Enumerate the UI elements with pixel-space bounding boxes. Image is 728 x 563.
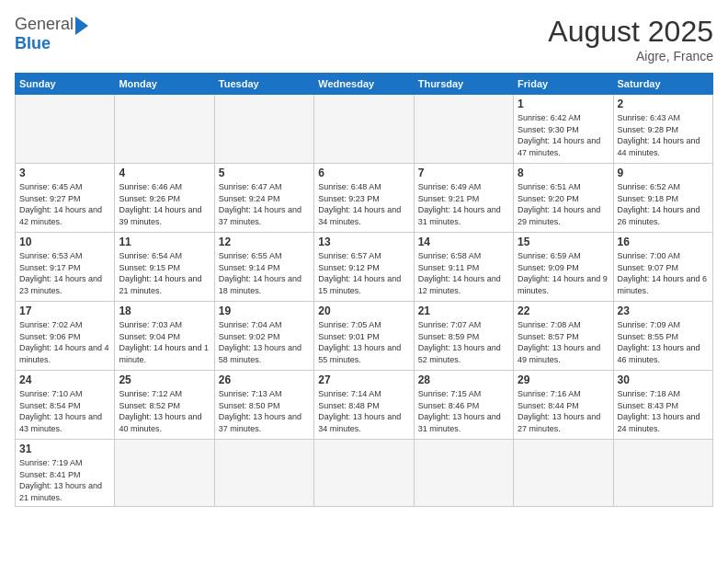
table-row: 25Sunrise: 7:12 AM Sunset: 8:52 PM Dayli…	[115, 371, 214, 440]
day-info: Sunrise: 6:48 AM Sunset: 9:23 PM Dayligh…	[318, 181, 409, 227]
day-number: 16	[618, 236, 709, 248]
day-number: 12	[219, 236, 310, 248]
table-row	[514, 440, 613, 507]
day-info: Sunrise: 7:04 AM Sunset: 9:02 PM Dayligh…	[219, 319, 310, 365]
table-row	[414, 440, 513, 507]
day-info: Sunrise: 7:08 AM Sunset: 8:57 PM Dayligh…	[518, 319, 609, 365]
day-info: Sunrise: 7:03 AM Sunset: 9:04 PM Dayligh…	[119, 319, 210, 365]
day-info: Sunrise: 7:02 AM Sunset: 9:06 PM Dayligh…	[19, 319, 110, 365]
day-number: 8	[518, 167, 609, 179]
table-row: 14Sunrise: 6:58 AM Sunset: 9:11 PM Dayli…	[414, 233, 513, 302]
table-row: 5Sunrise: 6:47 AM Sunset: 9:24 PM Daylig…	[214, 164, 313, 233]
table-row	[314, 95, 414, 164]
day-info: Sunrise: 6:58 AM Sunset: 9:11 PM Dayligh…	[418, 250, 509, 296]
table-row: 12Sunrise: 6:55 AM Sunset: 9:14 PM Dayli…	[214, 233, 313, 302]
table-row	[214, 440, 313, 507]
table-row: 17Sunrise: 7:02 AM Sunset: 9:06 PM Dayli…	[16, 302, 115, 371]
month-year-title: August 2025	[548, 15, 713, 49]
day-number: 4	[119, 167, 210, 179]
table-row: 1Sunrise: 6:42 AM Sunset: 9:30 PM Daylig…	[514, 95, 613, 164]
day-number: 13	[318, 236, 409, 248]
table-row: 7Sunrise: 6:49 AM Sunset: 9:21 PM Daylig…	[414, 164, 513, 233]
day-number: 28	[418, 373, 509, 386]
table-row: 18Sunrise: 7:03 AM Sunset: 9:04 PM Dayli…	[115, 302, 214, 371]
day-number: 22	[518, 304, 609, 317]
day-number: 29	[518, 373, 609, 386]
table-row	[214, 95, 313, 164]
day-number: 27	[318, 373, 409, 386]
table-row: 11Sunrise: 6:54 AM Sunset: 9:15 PM Dayli…	[115, 233, 214, 302]
day-number: 14	[418, 236, 509, 248]
day-info: Sunrise: 7:18 AM Sunset: 8:43 PM Dayligh…	[618, 388, 709, 434]
table-row: 4Sunrise: 6:46 AM Sunset: 9:26 PM Daylig…	[115, 164, 214, 233]
logo-general: General	[15, 16, 74, 34]
title-block: August 2025 Aigre, France	[548, 15, 713, 63]
day-number: 30	[618, 373, 709, 386]
table-row: 21Sunrise: 7:07 AM Sunset: 8:59 PM Dayli…	[414, 302, 513, 371]
day-number: 9	[618, 167, 709, 179]
day-number: 19	[219, 304, 310, 317]
col-wednesday: Wednesday	[314, 74, 414, 95]
day-number: 5	[219, 167, 310, 179]
table-row: 20Sunrise: 7:05 AM Sunset: 9:01 PM Dayli…	[314, 302, 414, 371]
calendar-header-row: Sunday Monday Tuesday Wednesday Thursday…	[16, 74, 713, 95]
col-sunday: Sunday	[16, 74, 115, 95]
table-row: 31Sunrise: 7:19 AM Sunset: 8:41 PM Dayli…	[16, 440, 115, 507]
day-info: Sunrise: 7:07 AM Sunset: 8:59 PM Dayligh…	[418, 319, 509, 365]
table-row	[314, 440, 414, 507]
day-number: 24	[19, 373, 110, 386]
table-row	[115, 440, 214, 507]
day-info: Sunrise: 7:13 AM Sunset: 8:50 PM Dayligh…	[219, 388, 310, 434]
day-number: 31	[19, 442, 110, 455]
col-friday: Friday	[514, 74, 613, 95]
table-row: 22Sunrise: 7:08 AM Sunset: 8:57 PM Dayli…	[514, 302, 613, 371]
table-row: 27Sunrise: 7:14 AM Sunset: 8:48 PM Dayli…	[314, 371, 414, 440]
table-row	[414, 95, 513, 164]
table-row: 19Sunrise: 7:04 AM Sunset: 9:02 PM Dayli…	[214, 302, 313, 371]
table-row: 26Sunrise: 7:13 AM Sunset: 8:50 PM Dayli…	[214, 371, 313, 440]
day-info: Sunrise: 6:52 AM Sunset: 9:18 PM Dayligh…	[618, 181, 709, 227]
table-row: 23Sunrise: 7:09 AM Sunset: 8:55 PM Dayli…	[613, 302, 712, 371]
col-monday: Monday	[115, 74, 214, 95]
table-row: 13Sunrise: 6:57 AM Sunset: 9:12 PM Dayli…	[314, 233, 414, 302]
day-number: 3	[19, 167, 110, 179]
table-row: 8Sunrise: 6:51 AM Sunset: 9:20 PM Daylig…	[514, 164, 613, 233]
day-number: 11	[119, 236, 210, 248]
day-info: Sunrise: 6:57 AM Sunset: 9:12 PM Dayligh…	[318, 250, 409, 296]
col-saturday: Saturday	[613, 74, 712, 95]
day-info: Sunrise: 7:12 AM Sunset: 8:52 PM Dayligh…	[119, 388, 210, 434]
location-title: Aigre, France	[548, 49, 713, 63]
logo-triangle-icon	[75, 17, 88, 35]
day-number: 10	[19, 236, 110, 248]
table-row	[115, 95, 214, 164]
table-row: 28Sunrise: 7:15 AM Sunset: 8:46 PM Dayli…	[414, 371, 513, 440]
day-info: Sunrise: 6:51 AM Sunset: 9:20 PM Dayligh…	[518, 181, 609, 227]
calendar-table: Sunday Monday Tuesday Wednesday Thursday…	[15, 73, 713, 507]
day-number: 21	[418, 304, 509, 317]
day-info: Sunrise: 7:14 AM Sunset: 8:48 PM Dayligh…	[318, 388, 409, 434]
table-row: 10Sunrise: 6:53 AM Sunset: 9:17 PM Dayli…	[16, 233, 115, 302]
col-tuesday: Tuesday	[214, 74, 313, 95]
day-info: Sunrise: 7:15 AM Sunset: 8:46 PM Dayligh…	[418, 388, 509, 434]
table-row: 16Sunrise: 7:00 AM Sunset: 9:07 PM Dayli…	[613, 233, 712, 302]
day-info: Sunrise: 7:16 AM Sunset: 8:44 PM Dayligh…	[518, 388, 609, 434]
table-row: 9Sunrise: 6:52 AM Sunset: 9:18 PM Daylig…	[613, 164, 712, 233]
day-info: Sunrise: 6:54 AM Sunset: 9:15 PM Dayligh…	[119, 250, 210, 296]
day-number: 6	[318, 167, 409, 179]
day-number: 2	[618, 98, 709, 110]
day-number: 1	[518, 98, 609, 110]
table-row: 6Sunrise: 6:48 AM Sunset: 9:23 PM Daylig…	[314, 164, 414, 233]
page-header: General Blue August 2025 Aigre, France	[15, 15, 713, 63]
table-row	[16, 95, 115, 164]
day-info: Sunrise: 6:55 AM Sunset: 9:14 PM Dayligh…	[219, 250, 310, 296]
table-row: 3Sunrise: 6:45 AM Sunset: 9:27 PM Daylig…	[16, 164, 115, 233]
table-row	[613, 440, 712, 507]
table-row: 29Sunrise: 7:16 AM Sunset: 8:44 PM Dayli…	[514, 371, 613, 440]
day-number: 23	[618, 304, 709, 317]
day-info: Sunrise: 7:10 AM Sunset: 8:54 PM Dayligh…	[19, 388, 110, 434]
day-info: Sunrise: 7:09 AM Sunset: 8:55 PM Dayligh…	[618, 319, 709, 365]
table-row: 2Sunrise: 6:43 AM Sunset: 9:28 PM Daylig…	[613, 95, 712, 164]
day-info: Sunrise: 7:05 AM Sunset: 9:01 PM Dayligh…	[318, 319, 409, 365]
day-info: Sunrise: 6:42 AM Sunset: 9:30 PM Dayligh…	[518, 112, 609, 158]
day-info: Sunrise: 6:43 AM Sunset: 9:28 PM Dayligh…	[618, 112, 709, 158]
